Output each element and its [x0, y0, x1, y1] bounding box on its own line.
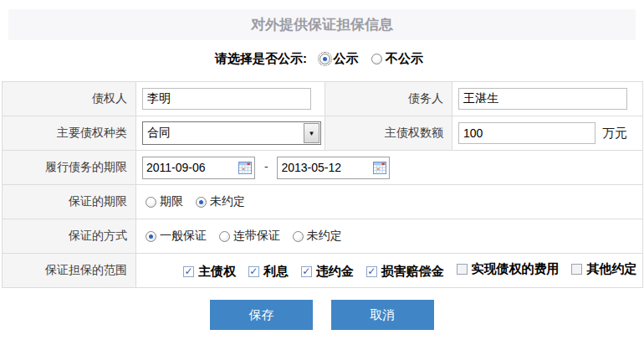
calendar-icon[interactable]: [238, 162, 252, 174]
save-button[interactable]: 保存: [210, 300, 313, 330]
checkbox-principal-claim-label: 主债权: [198, 264, 236, 280]
radio-icon: [146, 231, 156, 242]
start-date-field[interactable]: [142, 157, 255, 179]
debt-type-select[interactable]: 合同 ▼: [142, 121, 321, 145]
checkbox-other-agreed[interactable]: 其他约定: [571, 261, 636, 277]
radio-option-joint-guarantee[interactable]: 连带保证: [219, 229, 280, 244]
radio-icon: [219, 231, 230, 242]
radio-icon: [293, 231, 304, 242]
end-date-input[interactable]: [278, 158, 373, 178]
checkbox-interest[interactable]: ✓ 利息: [248, 264, 289, 280]
guarantee-period-label: 保证的期限: [3, 185, 136, 219]
guarantee-method-label: 保证的方式: [3, 219, 136, 254]
check-icon: ✓: [302, 267, 310, 275]
radio-option-unagreed-term-label: 未约定: [210, 194, 245, 209]
debt-type-label: 主要债权种类: [3, 116, 136, 151]
end-date-field[interactable]: [277, 157, 390, 179]
checkbox-damages-label: 损害赔偿金: [381, 264, 444, 280]
radio-option-joint-guarantee-label: 连带保证: [233, 229, 280, 244]
checkbox-other-agreed-label: 其他约定: [586, 261, 636, 277]
checkbox-icon: ✓: [248, 266, 259, 277]
checkbox-damages[interactable]: ✓ 损害赔偿金: [366, 264, 444, 280]
radio-icon: [319, 54, 330, 64]
debt-amount-unit: 万元: [602, 126, 627, 140]
debt-amount-input[interactable]: [458, 122, 595, 144]
publicity-label: 请选择是否公示:: [215, 51, 307, 65]
checkbox-icon: [571, 264, 582, 275]
creditor-input[interactable]: [142, 88, 311, 110]
radio-option-public[interactable]: 公示: [319, 51, 359, 67]
check-icon: ✓: [184, 267, 192, 275]
table-row: 债权人 债务人: [3, 82, 643, 116]
guarantee-form-table: 债权人 债务人 主要债权种类 合同 ▼ 主债权数额 万元 履行债务的期限 -: [2, 81, 643, 288]
form-actions: 保存 取消: [0, 300, 644, 330]
radio-option-general-guarantee-label: 一般保证: [160, 229, 207, 244]
radio-option-unagreed-method-label: 未约定: [307, 229, 342, 244]
cancel-button[interactable]: 取消: [331, 300, 434, 330]
checkbox-icon: [457, 264, 468, 275]
publicity-choice-row: 请选择是否公示: 公示 不公示: [0, 51, 644, 71]
radio-option-not-public[interactable]: 不公示: [371, 51, 423, 67]
check-icon: ✓: [367, 267, 376, 275]
radio-option-unagreed-term[interactable]: 未约定: [196, 194, 245, 209]
table-row: 履行债务的期限 -: [3, 151, 643, 185]
checkbox-icon: ✓: [301, 266, 312, 277]
radio-icon: [196, 197, 207, 208]
start-date-input[interactable]: [143, 158, 238, 178]
debt-amount-label: 主债权数额: [325, 116, 452, 151]
debtor-label: 债务人: [325, 82, 452, 116]
radio-option-general-guarantee[interactable]: 一般保证: [146, 229, 207, 244]
page-title: 对外提供保证担保信息: [8, 9, 636, 40]
radio-option-unagreed-method[interactable]: 未约定: [293, 229, 342, 244]
table-row: 主要债权种类 合同 ▼ 主债权数额 万元: [3, 116, 643, 151]
checkbox-penalty[interactable]: ✓ 违约金: [301, 264, 354, 280]
chevron-down-icon[interactable]: ▼: [304, 123, 319, 143]
radio-option-fixed-term[interactable]: 期限: [146, 194, 183, 209]
radio-icon: [146, 197, 156, 208]
checkbox-icon: ✓: [366, 266, 377, 277]
checkbox-principal-claim[interactable]: ✓ 主债权: [183, 264, 236, 280]
debtor-input[interactable]: [458, 88, 627, 110]
table-row: 保证的期限 期限 未约定: [3, 185, 643, 219]
checkbox-interest-label: 利息: [263, 264, 289, 280]
table-row: 保证担保的范围 ✓ 主债权 ✓ 利息 ✓ 违约金 ✓ 损害赔偿金 实现债权的费用: [3, 254, 643, 288]
calendar-icon[interactable]: [373, 162, 386, 174]
radio-option-fixed-term-label: 期限: [160, 194, 183, 209]
debt-type-selected-value: 合同: [143, 122, 303, 144]
radio-option-public-label: 公示: [334, 51, 359, 67]
radio-dot: [149, 234, 153, 239]
guarantee-scope-label: 保证担保的范围: [3, 254, 136, 288]
check-icon: ✓: [249, 267, 258, 275]
performance-period-label: 履行债务的期限: [3, 151, 136, 185]
checkbox-penalty-label: 违约金: [316, 264, 354, 280]
creditor-label: 债权人: [3, 82, 136, 116]
radio-option-not-public-label: 不公示: [386, 51, 423, 67]
radio-dot: [323, 57, 327, 61]
checkbox-realization-costs[interactable]: 实现债权的费用: [457, 261, 560, 277]
radio-icon: [371, 54, 382, 64]
table-row: 保证的方式 一般保证 连带保证 未约定: [3, 219, 643, 254]
checkbox-realization-costs-label: 实现债权的费用: [472, 261, 560, 277]
checkbox-icon: ✓: [183, 266, 194, 277]
radio-dot: [199, 200, 203, 204]
date-range-separator: -: [264, 160, 268, 173]
